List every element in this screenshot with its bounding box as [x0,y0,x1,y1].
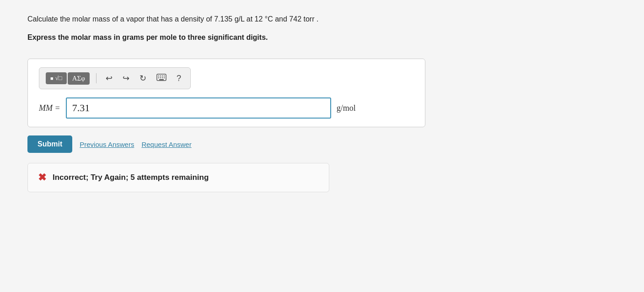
actions-row: Submit Previous Answers Request Answer [27,135,485,153]
svg-rect-3 [162,76,163,76]
submit-button[interactable]: Submit [27,135,72,153]
toolbar-divider [96,73,97,83]
unit-label: g/mol [337,103,356,113]
svg-rect-7 [162,77,163,78]
page-container: Calculate the molar mass of a vapor that… [27,14,485,192]
svg-rect-2 [160,76,161,76]
question-main-text: Calculate the molar mass of a vapor that… [27,14,485,25]
help-label: ? [177,74,181,83]
answer-input[interactable] [66,97,331,119]
request-answer-label: Request Answer [141,141,191,148]
svg-rect-5 [158,77,159,78]
submit-label: Submit [38,140,62,148]
feedback-box: ✖ Incorrect; Try Again; 5 attempts remai… [27,163,329,192]
request-answer-button[interactable]: Request Answer [141,141,191,148]
greek-symbols-button[interactable]: ΑΣφ [68,72,90,85]
question-text-content: Calculate the molar mass of a vapor that… [27,15,318,23]
math-editor-button[interactable]: ■ √□ [46,72,67,84]
feedback-text: Incorrect; Try Again; 5 attempts remaini… [53,173,209,182]
undo-button[interactable]: ↩ [103,71,115,85]
question-sub-text: Express the molar mass in grams per mole… [27,32,485,43]
greek-btn-label: ΑΣφ [72,75,85,82]
toolbar: ■ √□ ΑΣφ ↩ ↪ ↻ [39,67,191,89]
redo-button[interactable]: ↪ [120,71,132,85]
input-label: MM = [39,103,60,113]
svg-rect-9 [159,79,164,80]
help-button[interactable]: ? [174,72,184,85]
svg-rect-8 [164,77,165,78]
answer-box: ■ √□ ΑΣφ ↩ ↪ ↻ [27,59,425,127]
svg-rect-4 [164,76,165,76]
toolbar-btn-group: ■ √□ ΑΣφ [46,72,90,85]
previous-answers-label: Previous Answers [80,141,134,148]
input-row: MM = g/mol [39,97,414,119]
svg-rect-1 [158,76,159,76]
reload-button[interactable]: ↻ [137,71,149,85]
keyboard-button[interactable] [154,72,169,85]
svg-rect-6 [160,77,161,78]
error-icon: ✖ [38,172,46,184]
previous-answers-button[interactable]: Previous Answers [80,141,134,148]
question-sub-content: Express the molar mass in grams per mole… [27,33,268,41]
